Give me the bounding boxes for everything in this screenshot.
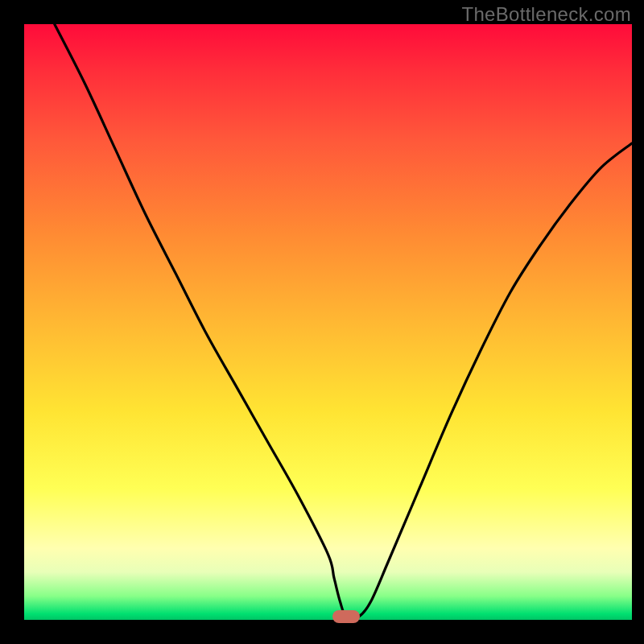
watermark-text: TheBottleneck.com: [461, 3, 631, 26]
optimal-marker: [332, 610, 360, 623]
bottleneck-curve: [24, 24, 632, 620]
plot-area: [24, 24, 632, 620]
chart-frame: TheBottleneck.com: [0, 0, 644, 644]
